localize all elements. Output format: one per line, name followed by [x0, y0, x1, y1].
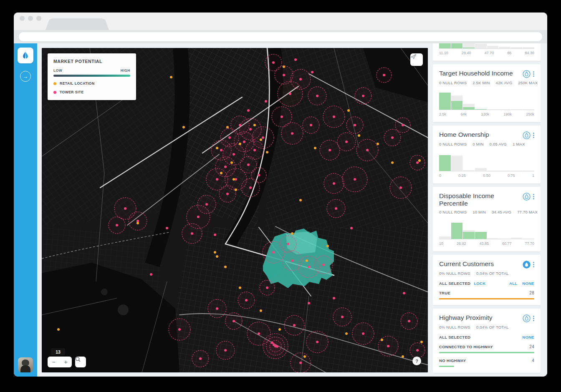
category-rows: CONNECTED TO HIGHWAY24NO HIGHWAY4 [439, 344, 534, 367]
tick-label: 250k [526, 112, 534, 116]
tick-label: 26.92 [457, 241, 466, 246]
card-title: Target Household Income [439, 70, 523, 77]
category-count: 24 [529, 344, 534, 349]
card-title: Highway Proximity [439, 314, 523, 322]
retail-location-dot-icon [53, 82, 56, 85]
legend-item-label: TOWER SITE [60, 90, 84, 94]
address-bar[interactable] [19, 32, 542, 41]
tick-label: 84.30 [525, 51, 534, 55]
tick-label: 10 [439, 241, 443, 246]
tick-label: 66 [507, 51, 511, 55]
zoom-out-button[interactable]: − [48, 357, 60, 367]
map-search-button[interactable] [75, 357, 86, 367]
filter-panel: 11.1029.4047.706684.30 Target Household … [433, 43, 541, 377]
filter-card-current-customers: Current Customers 0% NULL ROWS0.04% OF T… [433, 255, 541, 305]
browser-tab[interactable] [45, 18, 109, 30]
help-button[interactable]: ? [412, 357, 421, 365]
filter-droplet-icon[interactable] [523, 314, 531, 322]
category-row[interactable]: NO HIGHWAY4 [439, 358, 534, 367]
legend-gradient-bar [53, 75, 130, 77]
tick-label: 0.25 [458, 173, 466, 178]
zoom-in-button[interactable]: + [60, 357, 72, 367]
zoom-level-badge: 13 [51, 348, 65, 355]
selection-row: ALL SELECTED LOCK ALL NONE [439, 281, 534, 286]
tick-label: 130k [481, 112, 489, 116]
tick-label: 0 [439, 173, 441, 178]
category-row[interactable]: CONNECTED TO HIGHWAY24 [439, 344, 534, 353]
select-all-link[interactable]: ALL [509, 281, 517, 286]
histogram-bars[interactable] [439, 90, 534, 110]
card-stats: 0% NULL ROWS0.04% OF TOTAL [439, 325, 534, 329]
select-none-link[interactable]: NONE [522, 281, 534, 286]
filter-droplet-icon-active[interactable] [523, 261, 531, 269]
histogram-ticks: 00.250.500.751 [439, 173, 534, 178]
histogram: 2.5k64k130k190k250k [439, 90, 534, 116]
category-label: TRUE [439, 291, 450, 295]
legend-item-label: RETAIL LOCATION [60, 81, 95, 85]
filter-card-highway-proximity: Highway Proximity 0% NULL ROWS0.04% OF T… [433, 309, 541, 373]
histogram-ticks: 2.5k64k130k190k250k [439, 112, 534, 116]
tick-label: 64k [460, 112, 467, 116]
window-control-dot[interactable] [20, 16, 25, 21]
select-none-link[interactable]: NONE [522, 335, 534, 339]
tick-label: 190k [503, 112, 512, 116]
lock-link[interactable]: LOCK [474, 281, 485, 286]
tick-label: 0.50 [483, 173, 490, 178]
window-control-dot[interactable] [36, 16, 41, 21]
histogram: 1026.9243.8560.7777.70 [439, 220, 534, 246]
map-canvas[interactable]: MARKET POTENTIAL LOW HIGH RETAIL LOCATIO… [42, 48, 428, 372]
card-menu-icon[interactable] [533, 193, 534, 200]
histogram-ticks: 11.1029.4047.706684.30 [439, 51, 534, 55]
window-controls[interactable] [20, 16, 41, 21]
card-stats: 0 NULL ROWS0 MIN0.05 AVG1 MAX [439, 142, 534, 146]
card-menu-icon[interactable] [533, 261, 534, 268]
histogram-bars[interactable] [439, 220, 534, 239]
category-bar [439, 366, 454, 367]
filter-card-home-ownership: Home Ownership 0 NULL ROWS0 MIN0.05 AVG1… [433, 126, 541, 183]
tick-label: 60.77 [502, 241, 512, 246]
legend-low-label: LOW [53, 68, 62, 73]
share-location-button[interactable] [410, 53, 423, 66]
filter-card-disposable-income: Disposable Income Percentile 0 NULL ROWS… [433, 187, 541, 251]
histogram-bars[interactable] [439, 43, 534, 49]
tick-label: 29.40 [462, 51, 471, 55]
histogram-ticks: 1026.9243.8560.7777.70 [439, 241, 534, 246]
category-row[interactable]: TRUE28 [439, 291, 534, 299]
tick-label: 43.85 [479, 241, 489, 246]
card-stats: 0 NULL ROWS10 MIN34.45 AVG77.70 MAX [439, 210, 534, 214]
selection-label: ALL SELECTED [439, 335, 470, 339]
card-title: Home Ownership [439, 131, 523, 138]
app-logo-icon [21, 51, 30, 60]
legend-title: MARKET POTENTIAL [53, 59, 130, 64]
filter-card-target-household-income: Target Household Income 0 NULL ROWS2.5K … [433, 64, 541, 122]
card-menu-icon[interactable] [533, 315, 534, 322]
tower-site-dot-icon [53, 91, 56, 94]
card-menu-icon[interactable] [533, 132, 534, 139]
category-bar [439, 352, 534, 353]
category-count: 4 [532, 358, 534, 363]
filter-droplet-icon[interactable] [523, 193, 531, 201]
browser-toolbar [14, 30, 547, 43]
selection-label: ALL SELECTED [439, 281, 470, 286]
app-sidebar: → [14, 43, 37, 377]
histogram: 11.1029.4047.706684.30 [439, 43, 534, 55]
histogram-bars[interactable] [439, 152, 534, 171]
filter-droplet-icon[interactable] [523, 70, 531, 78]
category-count: 28 [529, 291, 534, 295]
tick-label: 2.5k [439, 112, 446, 116]
tick-label: 1 [532, 173, 534, 178]
category-label: CONNECTED TO HIGHWAY [439, 344, 493, 349]
collapse-arrow-icon[interactable]: → [20, 71, 31, 82]
category-bar [439, 298, 534, 299]
browser-titlebar [14, 13, 547, 30]
tick-label: 77.70 [525, 241, 534, 246]
app-logo-button[interactable] [18, 48, 33, 63]
filter-droplet-icon[interactable] [523, 131, 531, 139]
user-avatar[interactable] [18, 357, 33, 372]
workspace: MARKET POTENTIAL LOW HIGH RETAIL LOCATIO… [37, 43, 547, 377]
category-label: NO HIGHWAY [439, 358, 466, 363]
paper-plane-icon [410, 53, 417, 60]
legend-item-retail: RETAIL LOCATION [53, 81, 130, 85]
window-control-dot[interactable] [28, 16, 33, 21]
card-menu-icon[interactable] [533, 70, 534, 78]
